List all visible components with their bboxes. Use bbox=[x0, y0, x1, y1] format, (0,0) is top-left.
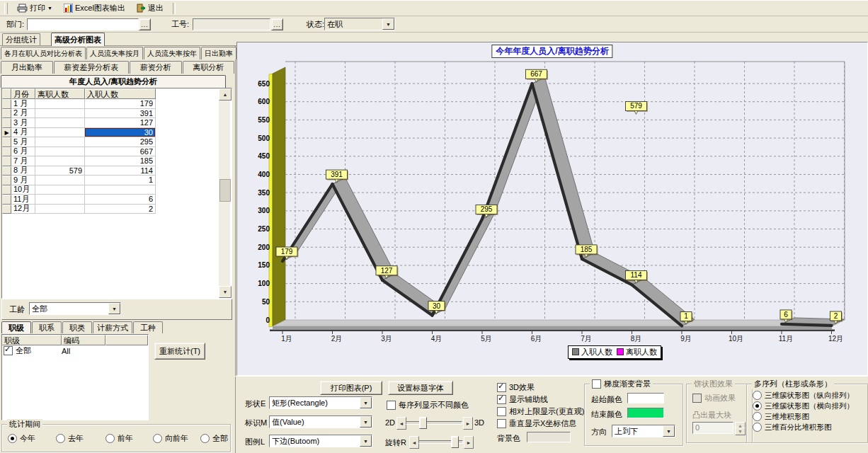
series-colors-option[interactable]: 每序列显示不同颜色 bbox=[387, 400, 469, 411]
multi-series-radio[interactable] bbox=[753, 412, 762, 421]
period-radio[interactable] bbox=[56, 434, 65, 443]
grid-cell[interactable]: 114 bbox=[85, 166, 156, 176]
grid-cell[interactable] bbox=[35, 147, 85, 157]
gradient-start-swatch[interactable] bbox=[627, 393, 664, 403]
grid-cell[interactable] bbox=[35, 118, 85, 128]
gradient-checkbox[interactable] bbox=[592, 379, 601, 389]
subtab-人员流失率按月[interactable]: 人员流失率按月 bbox=[86, 47, 143, 59]
set-title-font-button[interactable]: 设置标题字体 bbox=[388, 381, 453, 395]
period-option-今年[interactable]: 今年 bbox=[8, 433, 35, 444]
grid-cell[interactable] bbox=[35, 99, 85, 109]
option-checkbox[interactable] bbox=[497, 383, 506, 392]
row-indicator[interactable] bbox=[2, 176, 11, 185]
period-option-全部[interactable]: 全部 bbox=[200, 433, 228, 444]
multi-series-radio[interactable] bbox=[753, 423, 762, 432]
period-radio[interactable] bbox=[153, 434, 162, 443]
row-indicator[interactable] bbox=[2, 109, 11, 119]
tab-group-statistics[interactable]: 分组统计 bbox=[2, 33, 40, 45]
category-tab-计薪方式[interactable]: 计薪方式 bbox=[93, 321, 132, 333]
rotate-left-arrow-icon[interactable]: ◄ bbox=[409, 436, 419, 449]
chart-option-垂直显示X坐标信息[interactable]: 垂直显示X坐标信息 bbox=[497, 418, 589, 430]
grid-cell[interactable] bbox=[35, 156, 85, 166]
grid-cell[interactable]: 185 bbox=[85, 156, 156, 166]
bg-color-swatch[interactable] bbox=[527, 432, 571, 442]
scroll-up-arrow-icon[interactable]: ▲ bbox=[219, 88, 232, 101]
category-all-checkbox[interactable] bbox=[4, 346, 13, 355]
grid-cell[interactable]: 4 月 bbox=[11, 128, 35, 138]
grid-cell[interactable]: 5 月 bbox=[11, 137, 35, 147]
grid-cell[interactable]: 6 bbox=[85, 195, 156, 205]
grid-cell[interactable]: 2 月 bbox=[11, 109, 35, 119]
series-colors-checkbox[interactable] bbox=[387, 401, 396, 410]
print-dropdown-caret-icon[interactable]: ▼ bbox=[47, 6, 52, 11]
subtab-离职分析[interactable]: 离职分析 bbox=[183, 61, 235, 74]
option-checkbox[interactable] bbox=[497, 419, 506, 428]
chart-option-显示辅助线[interactable]: 显示辅助线 bbox=[497, 394, 589, 406]
period-radio[interactable] bbox=[200, 434, 210, 443]
mark-select[interactable]: 值(Value) ▼ bbox=[269, 415, 372, 428]
grid-cell[interactable]: 30 bbox=[85, 128, 156, 138]
mark-dropdown-arrow-icon[interactable]: ▼ bbox=[360, 416, 372, 428]
chart-option-3D效果[interactable]: 3D效果 bbox=[497, 382, 589, 394]
row-indicator[interactable] bbox=[2, 205, 11, 214]
chart-option-相对上限显示(更直观)[interactable]: 相对上限显示(更直观) bbox=[497, 406, 589, 418]
grid-cell[interactable] bbox=[35, 195, 85, 205]
grid-cell[interactable]: 7 月 bbox=[11, 156, 35, 166]
subtab-日出勤率[interactable]: 日出勤率 bbox=[201, 47, 236, 59]
grid-cell[interactable] bbox=[35, 137, 85, 147]
grid-vscrollbar[interactable]: ▲ ▼ bbox=[219, 88, 230, 297]
grid-cell[interactable]: 1 月 bbox=[11, 99, 35, 109]
grid-cell[interactable] bbox=[35, 205, 85, 214]
grid-cell[interactable]: 179 bbox=[85, 99, 156, 109]
emp-picker-button[interactable]: ... bbox=[271, 18, 283, 30]
category-row[interactable]: 全部 All bbox=[2, 345, 148, 356]
grid-cell[interactable]: 12月 bbox=[11, 205, 35, 214]
period-option-去年[interactable]: 去年 bbox=[56, 433, 84, 444]
depth-slider-thumb[interactable] bbox=[419, 417, 427, 429]
print-button[interactable]: 打印 ▼ bbox=[13, 1, 57, 16]
grid-cell[interactable]: 579 bbox=[35, 166, 85, 176]
option-checkbox[interactable] bbox=[497, 407, 506, 416]
period-option-前年[interactable]: 前年 bbox=[105, 433, 133, 444]
grid-cell[interactable]: 11月 bbox=[11, 195, 35, 205]
row-indicator[interactable] bbox=[2, 185, 11, 195]
period-option-向前年[interactable]: 向前年 bbox=[153, 433, 188, 444]
grid-cell[interactable]: 391 bbox=[85, 109, 156, 119]
depth-slider[interactable] bbox=[406, 417, 462, 428]
grid-cell[interactable]: 8 月 bbox=[11, 166, 35, 176]
multi-series-option[interactable]: 三维簇状形图（横向排列） bbox=[753, 401, 854, 411]
age-dropdown-arrow-icon[interactable]: ▼ bbox=[108, 303, 120, 314]
shape-dropdown-arrow-icon[interactable]: ▼ bbox=[360, 397, 372, 408]
print-chart-button[interactable]: 打印图表(P) bbox=[320, 381, 382, 395]
grid-cell[interactable]: 295 bbox=[85, 137, 156, 147]
multi-series-radio[interactable] bbox=[753, 401, 762, 411]
period-radio[interactable] bbox=[105, 434, 115, 443]
subtab-月出勤率[interactable]: 月出勤率 bbox=[1, 61, 53, 74]
age-select[interactable]: 全部 ▼ bbox=[29, 302, 121, 315]
slider-right-arrow-icon[interactable]: ► bbox=[463, 417, 473, 430]
row-indicator[interactable] bbox=[2, 118, 11, 128]
grid-cell[interactable]: 6 月 bbox=[11, 147, 35, 157]
grid-cell[interactable] bbox=[35, 109, 85, 119]
grid-cell[interactable]: 1 bbox=[85, 176, 156, 185]
shape-select[interactable]: 矩形(Rectangle) ▼ bbox=[269, 396, 372, 409]
legend-pos-select[interactable]: 下边(Butoom) ▼ bbox=[269, 435, 372, 447]
row-indicator[interactable] bbox=[2, 156, 11, 166]
grid-cell[interactable]: 667 bbox=[85, 147, 156, 157]
grid-cell[interactable] bbox=[35, 128, 85, 138]
category-tab-职类[interactable]: 职类 bbox=[62, 321, 92, 333]
grid-cell[interactable] bbox=[85, 185, 156, 195]
subtab-薪资分析[interactable]: 薪资分析 bbox=[130, 61, 182, 74]
excel-export-button[interactable]: Excel图表输出 bbox=[59, 1, 130, 16]
multi-series-option[interactable]: 三维百分比堆积形图 bbox=[753, 422, 854, 432]
option-checkbox[interactable] bbox=[497, 395, 506, 404]
category-tab-工种[interactable]: 工种 bbox=[133, 321, 163, 333]
slider-left-arrow-icon[interactable]: ◄ bbox=[396, 417, 406, 430]
row-indicator[interactable] bbox=[2, 147, 11, 157]
grid-cell[interactable]: 3 月 bbox=[11, 118, 35, 128]
legend-dropdown-arrow-icon[interactable]: ▼ bbox=[360, 435, 372, 447]
grid-cell[interactable]: 2 bbox=[85, 205, 156, 214]
rotate-slider-thumb[interactable] bbox=[451, 436, 459, 448]
gradient-end-swatch[interactable] bbox=[627, 408, 664, 418]
dept-input[interactable] bbox=[27, 18, 139, 30]
